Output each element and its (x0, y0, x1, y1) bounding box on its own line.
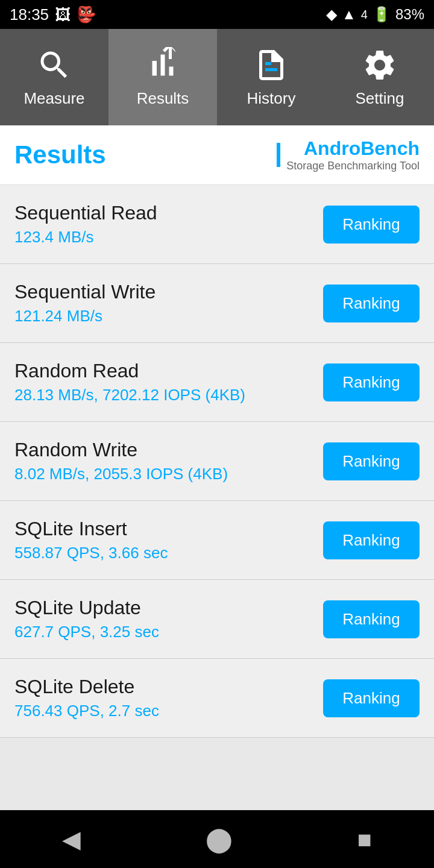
result-value: 627.7 QPS, 3.25 sec (14, 623, 159, 641)
ranking-button[interactable]: Ranking (323, 285, 420, 322)
ranking-button[interactable]: Ranking (323, 679, 420, 717)
bottom-nav-bar: ◀ ⬤ ■ (0, 810, 434, 868)
results-list: Sequential Read 123.4 MB/s Ranking Seque… (0, 185, 434, 810)
brand-text: AndroBench Storage Benchmarking Tool (286, 137, 420, 172)
home-button[interactable]: ⬤ (206, 825, 233, 853)
ranking-button[interactable]: Ranking (323, 442, 420, 480)
search-icon (36, 47, 72, 83)
battery-icon: 🔋 (373, 6, 391, 23)
battery-percent: 83% (395, 6, 424, 23)
result-name: Random Read (14, 360, 245, 382)
result-item: Random Read 28.13 MB/s, 7202.12 IOPS (4K… (0, 343, 434, 422)
result-value: 558.87 QPS, 3.66 sec (14, 544, 168, 562)
result-value: 8.02 MB/s, 2055.3 IOPS (4KB) (14, 465, 228, 483)
result-item: SQLite Update 627.7 QPS, 3.25 sec Rankin… (0, 580, 434, 659)
result-value: 123.4 MB/s (14, 228, 157, 247)
wifi-icon: ▲ (342, 6, 356, 23)
tab-measure[interactable]: Measure (0, 29, 108, 125)
photo-icon: 🖼 (55, 5, 71, 24)
result-info: Random Write 8.02 MB/s, 2055.3 IOPS (4KB… (14, 439, 228, 483)
ranking-button[interactable]: Ranking (323, 521, 420, 559)
result-value: 28.13 MB/s, 7202.12 IOPS (4KB) (14, 386, 245, 404)
page-title: Results (14, 140, 106, 169)
status-bar: 18:35 🖼 👺 ◆ ▲ 4 🔋 83% (0, 0, 434, 29)
nav-tabs: Measure Results History Setting (0, 29, 434, 125)
tab-setting[interactable]: Setting (326, 29, 434, 125)
brand-subtitle: Storage Benchmarking Tool (286, 160, 420, 172)
result-name: Sequential Read (14, 202, 157, 224)
tab-results-label: Results (137, 89, 189, 108)
result-item: Sequential Write 121.24 MB/s Ranking (0, 264, 434, 343)
time-display: 18:35 (10, 5, 49, 24)
brand-name-part2: Bench (360, 137, 420, 159)
result-item: SQLite Delete 756.43 QPS, 2.7 sec Rankin… (0, 659, 434, 738)
back-button[interactable]: ◀ (62, 825, 81, 853)
result-item: Random Write 8.02 MB/s, 2055.3 IOPS (4KB… (0, 422, 434, 501)
brand-bar (277, 143, 280, 167)
result-name: SQLite Update (14, 597, 159, 619)
result-name: Random Write (14, 439, 228, 461)
tab-setting-label: Setting (356, 89, 404, 108)
ranking-button[interactable]: Ranking (323, 363, 420, 401)
result-name: SQLite Insert (14, 518, 168, 540)
recents-button[interactable]: ■ (357, 826, 372, 853)
history-icon (253, 47, 289, 83)
chart-icon (145, 47, 181, 83)
brand-name: AndroBench (304, 137, 420, 160)
result-item: Sequential Read 123.4 MB/s Ranking (0, 185, 434, 264)
status-bar-right: ◆ ▲ 4 🔋 83% (326, 6, 424, 23)
tab-history[interactable]: History (217, 29, 326, 125)
ranking-button[interactable]: Ranking (323, 600, 420, 638)
result-value: 121.24 MB/s (14, 307, 156, 326)
tab-history-label: History (247, 89, 296, 108)
status-bar-left: 18:35 🖼 👺 (10, 5, 96, 24)
tab-results[interactable]: Results (108, 29, 217, 125)
result-info: SQLite Insert 558.87 QPS, 3.66 sec (14, 518, 168, 562)
result-value: 756.43 QPS, 2.7 sec (14, 702, 159, 720)
brand-name-part1: Andro (304, 137, 360, 159)
page-header: Results AndroBench Storage Benchmarking … (0, 125, 434, 185)
result-name: SQLite Delete (14, 676, 159, 698)
ranking-button[interactable]: Ranking (323, 206, 420, 244)
brand-logo: AndroBench Storage Benchmarking Tool (277, 137, 420, 172)
tab-measure-label: Measure (24, 89, 84, 108)
avatar-icon: 👺 (77, 5, 96, 24)
result-info: Random Read 28.13 MB/s, 7202.12 IOPS (4K… (14, 360, 245, 404)
result-name: Sequential Write (14, 281, 156, 303)
result-info: SQLite Delete 756.43 QPS, 2.7 sec (14, 676, 159, 720)
result-info: Sequential Write 121.24 MB/s (14, 281, 156, 326)
signal-icon: ◆ (326, 6, 337, 23)
result-info: Sequential Read 123.4 MB/s (14, 202, 157, 247)
result-info: SQLite Update 627.7 QPS, 3.25 sec (14, 597, 159, 641)
lte-icon: 4 (361, 8, 368, 22)
result-item: SQLite Insert 558.87 QPS, 3.66 sec Ranki… (0, 501, 434, 580)
gear-icon (362, 47, 398, 83)
